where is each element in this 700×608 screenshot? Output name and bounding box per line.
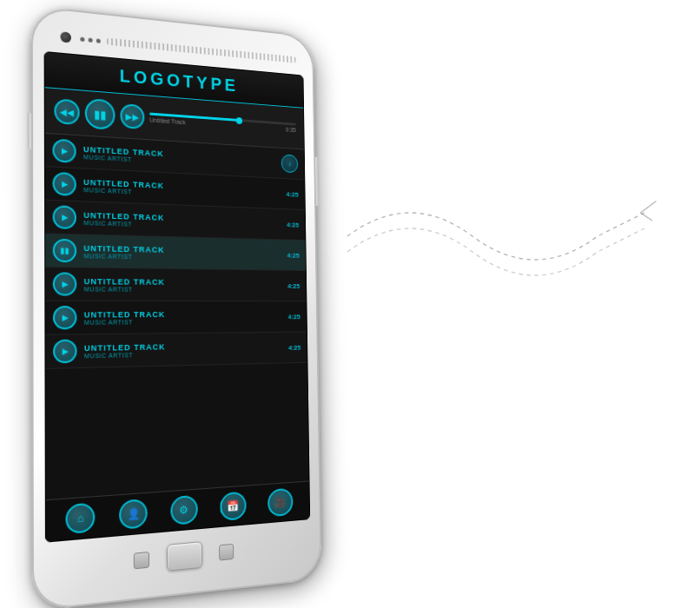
track-play-button-3[interactable]: ▶ bbox=[53, 205, 76, 229]
back-hardware-button[interactable] bbox=[134, 552, 149, 570]
svg-line-1 bbox=[641, 213, 653, 221]
track-info-2: UNTITLED TRACK MUSIC ARTIST bbox=[83, 177, 281, 201]
track-play-button-5[interactable]: ▶ bbox=[53, 272, 77, 295]
wave-decoration bbox=[330, 174, 677, 330]
track-info-1: UNTITLED TRACK MUSIC ARTIST bbox=[83, 144, 275, 169]
track-info-5: UNTITLED TRACK MUSIC ARTIST bbox=[84, 276, 281, 293]
track-play-button-7[interactable]: ▶ bbox=[53, 340, 77, 364]
track-duration-4: 4:25 bbox=[287, 251, 300, 259]
rewind-button[interactable]: ◀◀ bbox=[54, 98, 79, 125]
track-item[interactable]: ▶ UNTITLED TRACK MUSIC ARTIST 4:25 bbox=[45, 268, 306, 301]
track-pause-button-4[interactable]: ▮▮ bbox=[53, 239, 76, 263]
track-artist-5: MUSIC ARTIST bbox=[84, 286, 281, 293]
track-info-3: UNTITLED TRACK MUSIC ARTIST bbox=[83, 210, 281, 231]
track-info-6: UNTITLED TRACK MUSIC ARTIST bbox=[84, 309, 282, 325]
track-duration-3: 4:25 bbox=[287, 221, 299, 228]
track-duration-label: 0:35 bbox=[286, 127, 296, 133]
track-name-label: Untitled Track bbox=[149, 117, 185, 126]
scene: LOGOTYPE ◀◀ ▮▮ ▶▶ Untitled Track 0 bbox=[0, 0, 700, 608]
track-item[interactable]: ▶ UNTITLED TRACK MUSIC ARTIST 4:25 bbox=[45, 301, 307, 335]
power-button[interactable] bbox=[315, 157, 319, 206]
track-info-4: UNTITLED TRACK MUSIC ARTIST bbox=[83, 243, 281, 261]
nav-media-button[interactable]: 🎥 bbox=[267, 488, 293, 518]
nav-calendar-button[interactable]: 📅 bbox=[220, 492, 246, 521]
track-duration-6: 4:25 bbox=[288, 313, 300, 321]
volume-button[interactable] bbox=[28, 113, 31, 149]
svg-line-0 bbox=[641, 202, 657, 214]
progress-area: Untitled Track 0:35 bbox=[149, 113, 296, 134]
track-duration-5: 4:25 bbox=[287, 282, 300, 290]
camera-dot bbox=[60, 31, 71, 43]
track-play-button-1[interactable]: ▶ bbox=[52, 139, 76, 163]
track-info-7: UNTITLED TRACK MUSIC ARTIST bbox=[84, 340, 282, 359]
track-play-button-6[interactable]: ▶ bbox=[53, 306, 77, 329]
track-note-icon-1: ♪ bbox=[281, 154, 299, 173]
nav-settings-button[interactable]: ⚙ bbox=[170, 495, 197, 525]
track-item-active[interactable]: ▮▮ UNTITLED TRACK MUSIC ARTIST 4:25 bbox=[45, 234, 306, 271]
speaker-dots bbox=[80, 36, 101, 43]
track-play-button-2[interactable]: ▶ bbox=[52, 172, 76, 196]
phone-screen: LOGOTYPE ◀◀ ▮▮ ▶▶ Untitled Track 0 bbox=[44, 51, 311, 543]
nav-home-button[interactable]: ⌂ bbox=[66, 502, 96, 534]
track-artist-6: MUSIC ARTIST bbox=[84, 318, 282, 326]
menu-hardware-button[interactable] bbox=[219, 544, 234, 561]
phone-body: LOGOTYPE ◀◀ ▮▮ ▶▶ Untitled Track 0 bbox=[31, 5, 322, 608]
forward-button[interactable]: ▶▶ bbox=[120, 103, 144, 129]
track-item[interactable]: ▶ UNTITLED TRACK MUSIC ARTIST 4:25 bbox=[45, 332, 307, 369]
progress-handle[interactable] bbox=[236, 116, 242, 123]
track-duration-2: 4:25 bbox=[287, 190, 299, 198]
nav-user-button[interactable]: 👤 bbox=[119, 499, 148, 530]
phone: LOGOTYPE ◀◀ ▮▮ ▶▶ Untitled Track 0 bbox=[31, 5, 322, 608]
track-list: ▶ UNTITLED TRACK MUSIC ARTIST ♪ ▶ UNTITL… bbox=[45, 134, 309, 499]
home-hardware-button[interactable] bbox=[167, 541, 202, 572]
pause-button[interactable]: ▮▮ bbox=[85, 98, 116, 130]
track-duration-7: 4:25 bbox=[288, 343, 300, 351]
